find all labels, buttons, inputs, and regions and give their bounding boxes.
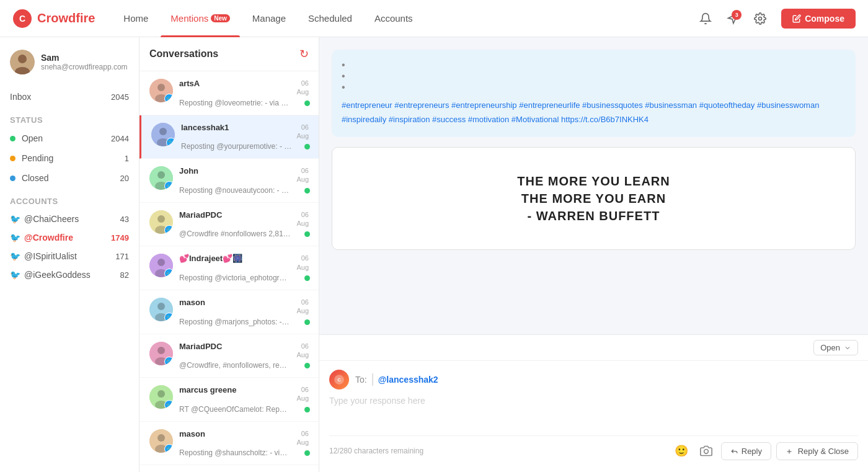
status-dropdown[interactable]: Open — [813, 340, 858, 355]
accounts-heading: Accounts — [0, 188, 139, 210]
conv-avatar: 🐦 — [149, 298, 173, 321]
unread-dot — [304, 144, 310, 149]
conversation-item-1[interactable]: 🐦 artsA 06Aug Reposting @loveometrie: - … — [140, 71, 319, 115]
sidebar-item-chaicheers[interactable]: 🐦 @ChaiCheers 43 — [0, 210, 139, 228]
conversation-item-7[interactable]: 🐦 MariadPDC 06Aug @Crowdfire, #nonfollow… — [140, 334, 319, 378]
sidebar-item-ispiritualist[interactable]: 🐦 @ISpiritUalist 171 — [0, 247, 139, 265]
conv-name: MariadPDC — [179, 342, 222, 351]
refresh-button[interactable]: ↻ — [299, 47, 309, 61]
nav-accounts[interactable]: Accounts — [365, 0, 423, 37]
conv-content: 💕Indrajeet💕🎆 06Aug Reposting @victoria_e… — [179, 254, 309, 282]
reply-close-button[interactable]: Reply & Close — [776, 442, 858, 460]
conv-date: 06Aug — [296, 385, 309, 403]
conv-date: 06Aug — [296, 79, 309, 97]
reply-to-label: To: — [355, 375, 367, 385]
notifications-button[interactable] — [694, 7, 717, 30]
conversation-item-9[interactable]: 🐦 mason 06Aug Reposting @shaunscholtz: -… — [140, 422, 319, 466]
reply-footer: 12/280 characters remaining 🙂 — [329, 435, 858, 463]
conv-name: mason — [179, 429, 205, 439]
mentions-badge: New — [211, 14, 230, 22]
reply-to-line: C To: @lancesshak2 — [329, 370, 858, 390]
reply-compose: C To: @lancesshak2 12/280 characters rem… — [319, 361, 868, 472]
nav-home[interactable]: Home — [113, 0, 158, 37]
status-open-row[interactable]: Open 2044 — [10, 128, 129, 148]
conv-avatar: 🐦 — [149, 429, 173, 453]
conv-date: 06Aug — [296, 298, 309, 316]
gear-icon — [754, 12, 766, 25]
conv-avatar: 🐦 — [149, 342, 173, 365]
conv-content: artsA 06Aug Reposting @loveometrie: - vi… — [179, 79, 309, 107]
svg-point-35 — [704, 450, 708, 454]
avatar — [10, 50, 35, 74]
conv-content: MariadPDC 06Aug @Crowdfire #nonfollowers… — [179, 210, 309, 239]
twitter-badge: 🐦 — [164, 357, 173, 365]
conv-preview: Reposting @victoria_ephotography: -... — [179, 274, 291, 282]
nav-scheduled[interactable]: Scheduled — [298, 0, 362, 37]
content-scroll: ••• #entrepreneur #entrepreneurs #entrep… — [319, 37, 868, 334]
inbox-row[interactable]: Inbox 2045 — [10, 87, 129, 107]
conv-name: marcus greene — [179, 385, 237, 394]
conversation-list: 🐦 artsA 06Aug Reposting @loveometrie: - … — [140, 71, 319, 472]
conv-date: 06Aug — [296, 254, 309, 272]
status-section: Open 2044 Pending 1 Closed 20 — [0, 128, 139, 188]
plus-icon — [786, 448, 793, 455]
conv-avatar: 🐦 — [151, 123, 175, 146]
svg-point-19 — [157, 259, 165, 266]
reply-divider — [372, 373, 373, 386]
quote-card: THE MORE YOU LEARN THE MORE YOU EARN - W… — [332, 147, 856, 250]
status-closed-row[interactable]: Closed 20 — [10, 168, 129, 188]
logo[interactable]: C Crowdfire — [12, 9, 95, 29]
reply-actions: 🙂 Reply — [671, 441, 858, 461]
camera-icon — [700, 445, 712, 457]
conversation-item-3[interactable]: 🐦 John 06Aug Reposting @nouveautycoon: -… — [140, 159, 319, 203]
twitter-badge: 🐦 — [164, 94, 173, 102]
status-pending-row[interactable]: Pending 1 — [10, 148, 129, 168]
conv-content: MariadPDC 06Aug @Crowdfire, #nonfollower… — [179, 342, 309, 370]
conversations-panel: Conversations ↻ 🐦 artsA 06Aug Reposting … — [140, 37, 319, 472]
svg-point-2 — [759, 17, 762, 20]
conv-avatar: 🐦 — [149, 254, 173, 277]
conversation-item-4[interactable]: 🐦 MariadPDC 06Aug @Crowdfire #nonfollowe… — [140, 203, 319, 247]
sidebar-item-crowdfire[interactable]: 🐦 @Crowdfire 1749 — [0, 228, 139, 247]
logo-text: Crowdfire — [37, 11, 95, 25]
svg-point-28 — [157, 390, 165, 398]
conv-name: MariadPDC — [179, 210, 222, 220]
conv-avatar: 🐦 — [149, 166, 173, 190]
sidebar-item-igeekgoddess[interactable]: 🐦 @iGeekGoddess 82 — [0, 265, 139, 284]
reply-button[interactable]: Reply — [721, 442, 771, 460]
announcements-button[interactable]: 3 — [727, 12, 739, 25]
sidebar-inbox-section: Inbox 2045 — [0, 87, 139, 107]
nav-manage[interactable]: Manage — [242, 0, 296, 37]
emoji-button[interactable]: 🙂 — [671, 441, 691, 461]
unread-dot — [304, 100, 310, 106]
twitter-badge: 🐦 — [164, 225, 173, 234]
conversation-item-2[interactable]: 🐦 lancesshak1 06Aug Reposting @yourpurem… — [140, 115, 319, 159]
conv-date: 06Aug — [296, 429, 309, 447]
twitter-badge: 🐦 — [164, 444, 173, 453]
compose-button[interactable]: Compose — [781, 9, 856, 29]
reply-to-handle: @lancesshak2 — [378, 375, 438, 385]
unread-dot — [304, 450, 310, 456]
svg-point-13 — [157, 171, 165, 179]
conv-preview: Reposting @loveometrie: - via @Crowdfire… — [179, 99, 291, 107]
conversation-item-6[interactable]: 🐦 mason 06Aug Reposting @marjons_photos:… — [140, 290, 319, 334]
conv-preview: Reposting @shaunscholtz: - via @Crowdfir… — [179, 448, 291, 457]
conv-content: marcus greene 06Aug RT @CQueenOfCamelot:… — [179, 385, 309, 414]
conv-preview: RT @CQueenOfCamelot: Reposting @legacyla… — [179, 405, 291, 414]
unread-dot — [304, 188, 310, 194]
status-heading: Status — [0, 107, 139, 128]
conversation-item-5[interactable]: 🐦 💕Indrajeet💕🎆 06Aug Reposting @victoria… — [140, 246, 319, 290]
conversations-title: Conversations — [149, 48, 218, 60]
image-button[interactable] — [696, 441, 716, 461]
svg-point-10 — [159, 128, 167, 135]
reply-textarea[interactable] — [329, 396, 858, 433]
chevron-down-icon — [844, 344, 851, 352]
settings-button[interactable] — [749, 7, 771, 30]
conv-name: artsA — [179, 79, 200, 88]
svg-point-22 — [157, 303, 165, 310]
nav-mentions[interactable]: Mentions New — [161, 0, 239, 37]
twitter-badge: 🐦 — [164, 181, 173, 190]
conv-preview: Reposting @marjons_photos: - via... — [179, 318, 291, 326]
closed-dot — [10, 176, 16, 181]
conversation-item-8[interactable]: 🐦 marcus greene 06Aug RT @CQueenOfCamelo… — [140, 378, 319, 422]
